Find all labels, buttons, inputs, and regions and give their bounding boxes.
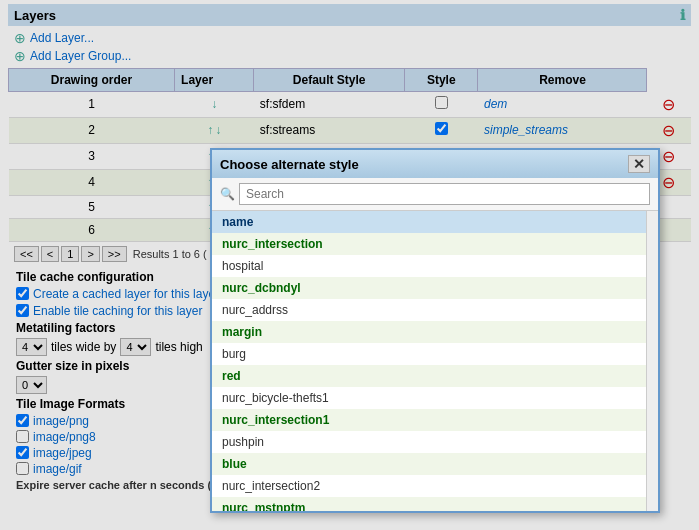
search-icon: 🔍 (220, 187, 235, 201)
modal-list-item-nurc-intersection1[interactable]: nurc_intersection1 (212, 409, 646, 431)
modal-choose-style: Choose alternate style ✕ 🔍 namenurc_inte… (210, 148, 660, 513)
modal-list-item-nurc-bicycle-thefts1[interactable]: nurc_bicycle-thefts1 (212, 387, 646, 409)
modal-list-item-hospital[interactable]: hospital (212, 255, 646, 277)
modal-title-bar: Choose alternate style ✕ (212, 150, 658, 178)
modal-list-item-nurc-addrss[interactable]: nurc_addrss (212, 299, 646, 321)
modal-scrollbar[interactable] (646, 211, 658, 511)
modal-search-input[interactable] (239, 183, 650, 205)
modal-list-item-pushpin[interactable]: pushpin (212, 431, 646, 453)
modal-list-item-red[interactable]: red (212, 365, 646, 387)
modal-search-bar: 🔍 (212, 178, 658, 211)
modal-list-item-name-header: name (212, 211, 646, 233)
modal-style-list: namenurc_intersectionhospitalnurc_dcbndy… (212, 211, 646, 511)
modal-list-item-nurc-intersection[interactable]: nurc_intersection (212, 233, 646, 255)
modal-list-item-burg[interactable]: burg (212, 343, 646, 365)
modal-list-item-blue[interactable]: blue (212, 453, 646, 475)
modal-list-item-nurc-intersection2[interactable]: nurc_intersection2 (212, 475, 646, 497)
modal-list-item-nurc-dcbndyl[interactable]: nurc_dcbndyl (212, 277, 646, 299)
modal-list-item-margin[interactable]: margin (212, 321, 646, 343)
modal-title: Choose alternate style (220, 157, 359, 172)
modal-close-button[interactable]: ✕ (628, 155, 650, 173)
modal-list-item-nurc-mstnptm[interactable]: nurc_mstnptm (212, 497, 646, 511)
